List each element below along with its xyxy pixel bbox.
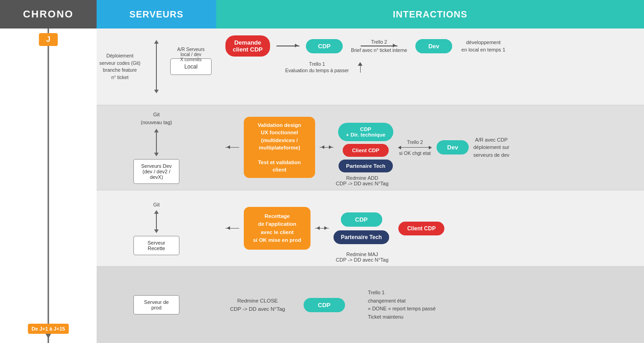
- header-interactions: INTERACTIONS: [216, 0, 644, 29]
- demande-client-cdp-box: Demande client CDP: [225, 35, 270, 57]
- serveur-recette-box: ServeurRecette: [133, 236, 179, 255]
- serveurs-title: SERVEURS: [129, 9, 184, 20]
- client-cdp-box-r2: Client CDP: [343, 144, 389, 157]
- serveur-prod-box: Serveur deprod: [133, 295, 179, 314]
- serveurs-cell-2: Git(nouveau tag) Serveurs Dev(dev / dev2…: [97, 105, 216, 190]
- header-serveurs: SERVEURS: [97, 0, 216, 29]
- dev-box-r2: Dev: [437, 140, 469, 154]
- partenaire-tech-box-r2: Partenaire Tech: [339, 160, 392, 172]
- row-section-2: Git(nouveau tag) Serveurs Dev(dev / dev2…: [97, 105, 644, 190]
- chrono-title: CHRONO: [23, 8, 74, 20]
- interactions-cell-4: Redmine CLOSECDP -> DD avec N°Tag CDP Tr…: [216, 267, 644, 343]
- serveurs-dev-box: Serveurs Dev(dev / dev2 /devX): [133, 159, 179, 184]
- main-container: CHRONO SERVEURS INTERACTIONS J De J+1 à …: [0, 0, 644, 343]
- cdp-dir-box: CDP+ Dir. technique: [338, 123, 393, 141]
- cdp-box-r1: CDP: [306, 39, 343, 53]
- serveurs-cell-1: Déploiementserveur codes (Git)branche fe…: [97, 29, 216, 105]
- interactions-cell-3: Recettage de l'application avec le clien…: [216, 190, 644, 267]
- validation-orange-box: Validation design UX fonctionnel (multid…: [244, 117, 315, 178]
- cdp-box-r3: CDP: [341, 212, 382, 227]
- interactions-cell-1: Demande client CDP CDP: [216, 29, 644, 105]
- interactions-cell-2: Validation design UX fonctionnel (multid…: [216, 105, 644, 190]
- interactions-title: INTERACTIONS: [393, 9, 467, 20]
- header: CHRONO SERVEURS INTERACTIONS: [0, 0, 644, 29]
- serveurs-cell-3: Git ServeurRecette: [97, 190, 216, 267]
- header-chrono: CHRONO: [0, 0, 97, 29]
- chrono-badge-j: J: [39, 33, 58, 46]
- chrono-badge-j15: De J+1 à J+15: [28, 324, 69, 334]
- body-area: J De J+1 à J+15 Déploiementserveur codes…: [0, 29, 644, 343]
- serveurs-left-text-1: Déploiementserveur codes (Git)branche fe…: [99, 52, 140, 81]
- row-section-1: Déploiementserveur codes (Git)branche fe…: [97, 29, 644, 105]
- serveurs-cell-4: Serveur deprod: [97, 267, 216, 343]
- client-cdp-box-r3: Client CDP: [398, 222, 444, 235]
- partenaire-tech-box-r3: Partenaire Tech: [334, 230, 389, 244]
- row-section-4: Serveur deprod Redmine CLOSECDP -> DD av…: [97, 267, 644, 343]
- cdp-box-r4: CDP: [304, 298, 345, 312]
- dev-box-r1: Dev: [415, 39, 452, 53]
- row-section-3: Git ServeurRecette: [97, 190, 644, 267]
- recettage-orange-box: Recettage de l'application avec le clien…: [244, 207, 310, 250]
